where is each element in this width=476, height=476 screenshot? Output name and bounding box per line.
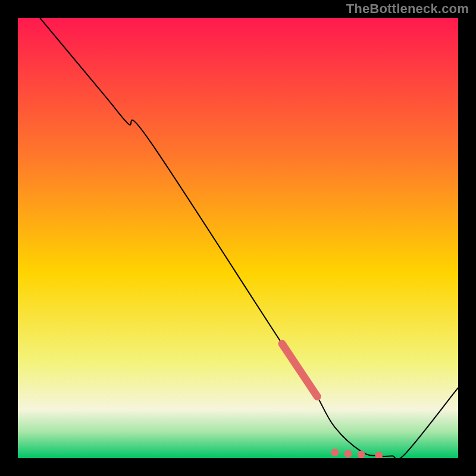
- highlight-dot: [358, 451, 365, 458]
- bottleneck-curve-plot: [18, 18, 458, 458]
- gradient-background: [18, 18, 458, 458]
- highlight-dot: [345, 450, 352, 458]
- chart-container: TheBottleneck.com: [0, 0, 476, 476]
- highlight-dot: [331, 449, 339, 456]
- watermark-text: TheBottleneck.com: [346, 1, 469, 17]
